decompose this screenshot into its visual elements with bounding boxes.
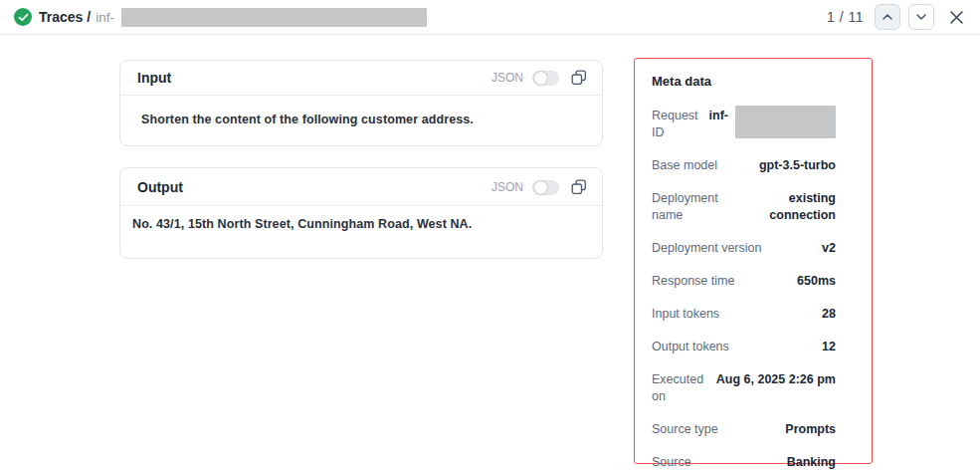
meta-value: Banking	[787, 454, 836, 471]
meta-label: Source	[652, 454, 787, 471]
meta-row-source-type: Source type Prompts	[652, 421, 836, 438]
meta-row-output-tokens: Output tokens 12	[652, 339, 836, 355]
input-card-header: Input JSON	[120, 61, 602, 95]
toggle-knob	[534, 72, 547, 85]
trace-id-prefix: inf-	[96, 10, 114, 25]
meta-value: gpt-3.5-turbo	[759, 157, 836, 174]
chevron-up-icon	[882, 14, 892, 20]
meta-value: Aug 6, 2025 2:26 pm	[716, 371, 836, 405]
request-id-prefix: inf-	[709, 108, 728, 124]
copy-output-button[interactable]	[571, 179, 587, 195]
meta-row-source: Source Banking	[652, 454, 836, 471]
meta-label: Input tokens	[652, 306, 822, 323]
breadcrumb-traces: Traces /	[39, 9, 91, 25]
output-card-title: Output	[137, 179, 183, 195]
meta-row-base-model: Base model gpt-3.5-turbo	[652, 157, 836, 174]
close-button[interactable]	[944, 5, 968, 29]
meta-value: 28	[822, 306, 836, 323]
meta-label: Executed on	[652, 371, 716, 405]
trace-header: Traces / inf- 1 / 11	[0, 0, 980, 35]
meta-panel-title: Meta data	[652, 74, 836, 89]
toggle-knob	[534, 181, 547, 194]
trace-pagination-count: 1 / 11	[827, 9, 864, 25]
success-check-icon	[14, 8, 32, 26]
meta-value: inf-	[709, 108, 836, 141]
meta-label: Base model	[652, 157, 759, 174]
copy-input-button[interactable]	[571, 70, 587, 86]
meta-label: Source type	[652, 421, 785, 438]
chevron-down-icon	[916, 14, 926, 20]
meta-row-request-id: Request ID inf-	[652, 108, 836, 141]
meta-value: 650ms	[797, 273, 836, 290]
meta-label: Output tokens	[652, 339, 822, 355]
meta-label: Deployment name	[652, 190, 756, 224]
copy-icon	[571, 70, 587, 86]
meta-label: Deployment version	[652, 240, 822, 257]
output-text: No. 43/1, 15th North Street, Cunningham …	[120, 205, 602, 258]
input-text: Shorten the content of the following cus…	[120, 95, 602, 145]
output-card-header: Output JSON	[120, 168, 602, 205]
meta-data-panel: Meta data Request ID inf- Base model gpt…	[634, 58, 873, 464]
meta-value: v2	[822, 240, 836, 257]
meta-row-executed-on: Executed on Aug 6, 2025 2:26 pm	[652, 371, 836, 405]
request-id-redaction	[735, 106, 836, 138]
output-card-controls: JSON	[491, 179, 587, 195]
input-card: Input JSON Shorten the content of the fo…	[119, 60, 603, 146]
previous-trace-button[interactable]	[875, 4, 900, 30]
json-toggle-label: JSON	[491, 180, 523, 194]
json-toggle-label: JSON	[491, 71, 523, 85]
header-controls: 1 / 11	[827, 4, 968, 30]
output-card: Output JSON No. 43/1, 15th North Street,…	[119, 167, 603, 259]
meta-row-response-time: Response time 650ms	[652, 273, 836, 290]
meta-value: existing connection	[756, 190, 836, 224]
input-card-title: Input	[137, 70, 171, 86]
json-toggle[interactable]	[532, 71, 559, 86]
meta-row-deployment-name: Deployment name existing connection	[652, 190, 836, 224]
copy-icon	[571, 179, 587, 195]
input-card-controls: JSON	[491, 70, 587, 86]
meta-row-deployment-version: Deployment version v2	[652, 240, 836, 257]
next-trace-button[interactable]	[908, 4, 934, 30]
meta-value: Prompts	[785, 421, 836, 438]
json-toggle[interactable]	[532, 180, 559, 195]
meta-label: Response time	[652, 273, 797, 290]
trace-id-redaction	[121, 8, 427, 27]
meta-value: 12	[822, 339, 836, 355]
close-icon	[949, 10, 964, 25]
meta-label: Request ID	[652, 108, 709, 141]
meta-row-input-tokens: Input tokens 28	[652, 306, 836, 323]
